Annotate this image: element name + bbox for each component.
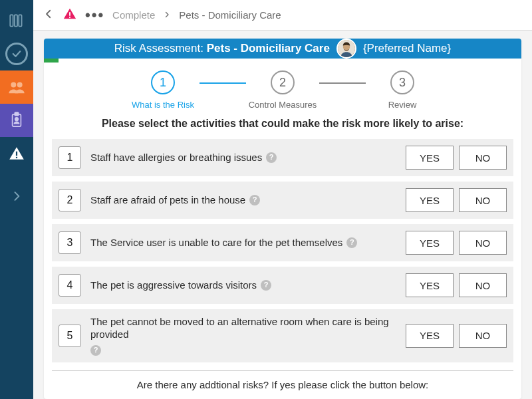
alert-triangle-icon bbox=[63, 7, 77, 21]
question-row: 5 The pet cannot be moved to an alternat… bbox=[52, 309, 513, 362]
help-icon[interactable]: ? bbox=[90, 345, 101, 356]
question-number: 3 bbox=[59, 231, 81, 254]
chevron-right-icon bbox=[163, 11, 171, 19]
no-button[interactable]: NO bbox=[459, 188, 507, 212]
sidebar-item-check[interactable] bbox=[0, 37, 33, 70]
question-number: 1 bbox=[59, 146, 81, 169]
more-button[interactable]: ••• bbox=[85, 7, 104, 24]
question-row: 3 The Service user is unable to care for… bbox=[52, 224, 513, 261]
yes-button[interactable]: YES bbox=[406, 146, 454, 170]
yes-button[interactable]: YES bbox=[406, 273, 454, 297]
svg-rect-10 bbox=[69, 12, 70, 16]
question-row: 2 Staff are afraid of pets in the house?… bbox=[52, 182, 513, 219]
svg-point-3 bbox=[11, 82, 16, 88]
prompt-text: Please select the activities that could … bbox=[44, 114, 521, 139]
header-title: Pets - Domiciliary Care bbox=[207, 42, 330, 55]
books-icon bbox=[8, 12, 25, 29]
no-button[interactable]: NO bbox=[459, 273, 507, 297]
question-number: 5 bbox=[59, 325, 81, 347]
step-number: 1 bbox=[151, 70, 175, 94]
question-text: The pet cannot be moved to an alternativ… bbox=[90, 316, 396, 356]
step-connector bbox=[319, 82, 366, 84]
card: Risk Assessment: Pets - Domiciliary Care… bbox=[44, 39, 521, 399]
preferred-name: {Preferred Name} bbox=[363, 42, 451, 55]
chevron-right-icon bbox=[10, 190, 23, 203]
stepper: 1 What is the Risk 2 Control Measures 3 … bbox=[44, 59, 521, 114]
yes-button[interactable]: YES bbox=[406, 188, 454, 212]
breadcrumb-separator bbox=[163, 9, 171, 21]
question-text: Staff are afraid of pets in the house? bbox=[90, 194, 396, 207]
step-number: 3 bbox=[390, 70, 414, 94]
step-connector bbox=[200, 82, 246, 84]
yes-button[interactable]: YES bbox=[406, 231, 454, 255]
back-button[interactable] bbox=[43, 8, 55, 22]
question-row: 4 The pet is aggressive towards visitors… bbox=[52, 267, 513, 304]
step-2[interactable]: 2 Control Measures bbox=[246, 70, 319, 110]
main: ••• Complete Pets - Domiciliary Care Ris… bbox=[33, 0, 532, 399]
breadcrumb-current: Pets - Domiciliary Care bbox=[179, 9, 281, 21]
svg-rect-0 bbox=[10, 15, 13, 26]
sidebar-item-alert[interactable] bbox=[0, 137, 33, 170]
sidebar-item-badge[interactable] bbox=[0, 104, 33, 137]
step-3[interactable]: 3 Review bbox=[366, 70, 439, 110]
question-text: Staff have allergies or breathing issues… bbox=[90, 152, 396, 164]
svg-rect-9 bbox=[16, 157, 17, 158]
question-number: 4 bbox=[59, 274, 81, 297]
no-button[interactable]: NO bbox=[459, 146, 507, 170]
svg-rect-1 bbox=[15, 15, 17, 26]
question-text: The pet is aggressive towards visitors? bbox=[90, 279, 396, 292]
help-icon[interactable]: ? bbox=[261, 280, 271, 291]
no-button[interactable]: NO bbox=[459, 324, 507, 348]
breadcrumb-prev[interactable]: Complete bbox=[112, 9, 155, 21]
sidebar-item-books[interactable] bbox=[0, 4, 33, 37]
id-badge-icon bbox=[9, 112, 24, 129]
question-text: The Service user is unable to care for t… bbox=[90, 237, 396, 249]
step-label: What is the Risk bbox=[132, 100, 194, 110]
svg-rect-2 bbox=[19, 15, 21, 26]
help-icon[interactable]: ? bbox=[249, 195, 260, 205]
svg-rect-6 bbox=[15, 112, 19, 116]
question-number: 2 bbox=[59, 189, 81, 211]
step-1[interactable]: 1 What is the Risk bbox=[126, 70, 200, 110]
no-button[interactable]: NO bbox=[459, 231, 507, 255]
check-circle-icon bbox=[5, 43, 28, 65]
card-header: Risk Assessment: Pets - Domiciliary Care… bbox=[44, 39, 521, 59]
topbar: ••• Complete Pets - Domiciliary Care bbox=[33, 0, 532, 31]
alert-triangle-icon bbox=[8, 145, 25, 162]
svg-rect-11 bbox=[69, 17, 70, 18]
additional-prompt: Are there any addtional risks? If yes pl… bbox=[44, 371, 521, 400]
help-icon[interactable]: ? bbox=[346, 237, 357, 248]
help-icon[interactable]: ? bbox=[266, 152, 277, 163]
step-label: Control Measures bbox=[249, 100, 317, 110]
question-list: 1 Staff have allergies or breathing issu… bbox=[44, 139, 521, 368]
sidebar-item-users[interactable] bbox=[0, 70, 33, 104]
avatar bbox=[336, 39, 356, 59]
users-icon bbox=[7, 78, 26, 96]
sidebar-item-expand[interactable] bbox=[0, 180, 33, 213]
svg-point-4 bbox=[17, 82, 23, 88]
step-label: Review bbox=[388, 100, 417, 110]
step-number: 2 bbox=[271, 70, 295, 94]
yes-button[interactable]: YES bbox=[406, 324, 454, 348]
svg-point-7 bbox=[15, 118, 19, 121]
svg-rect-8 bbox=[16, 152, 17, 156]
header-prefix: Risk Assessment: bbox=[114, 42, 207, 55]
question-row: 1 Staff have allergies or breathing issu… bbox=[52, 139, 513, 176]
sidebar bbox=[0, 0, 33, 399]
topbar-alert[interactable] bbox=[63, 7, 77, 23]
chevron-left-icon bbox=[43, 8, 55, 20]
